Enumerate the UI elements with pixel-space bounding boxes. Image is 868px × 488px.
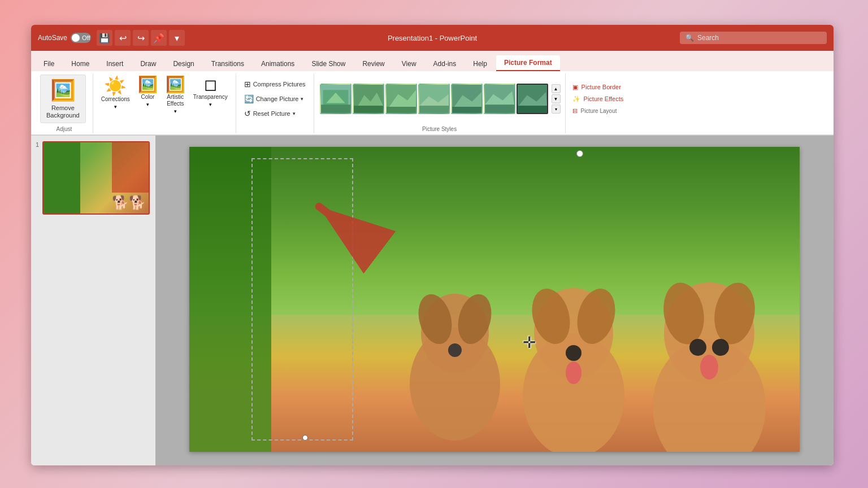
compress-pictures-button[interactable]: ⊞ Compress Pictures [241,78,309,90]
slide-number: 1 [36,141,39,148]
svg-rect-12 [419,106,449,113]
slide-thumbnail[interactable]: 🐕🐕 [42,141,150,215]
save-button[interactable]: 💾 [97,30,112,46]
style-5[interactable] [451,84,483,114]
tab-slideshow[interactable]: Slide Show [303,56,353,71]
transparency-dropdown-icon: ▾ [209,102,212,107]
group-compress: ⊞ Compress Pictures 🔄 Change Picture ▾ ↺… [236,73,314,133]
remove-bg-label: RemoveBackground [46,104,80,119]
picture-layout-icon: ⊟ [572,107,578,115]
artistic-effects-button[interactable]: 🖼️ ArtisticEffects ▾ [162,75,189,116]
change-picture-button[interactable]: 🔄 Change Picture ▾ [241,93,307,105]
style-4[interactable] [418,84,450,114]
ribbon: File Home Insert Draw Design Transitions… [31,51,834,136]
style-1[interactable] [320,84,351,114]
search-bar[interactable]: 🔍 [680,32,827,44]
style-7[interactable] [517,84,548,114]
styles-gallery [319,82,549,115]
compress-icon: ⊞ [244,80,251,89]
picture-effects-label: Picture Effects [584,95,624,102]
change-picture-label: Change Picture [256,95,299,102]
thumb-dogs: 🐕🐕 [112,195,146,211]
artistic-label: ArtisticEffects [167,94,184,107]
handle-bottom-center[interactable] [302,435,308,441]
more-button[interactable]: ▾ [169,30,185,46]
canvas-background [189,147,800,452]
svg-rect-15 [452,107,481,113]
group-adjust: ☀️ Corrections ▾ 🖼️ Color ▾ 🖼️ ArtisticE… [93,73,236,133]
tab-addins[interactable]: Add-ins [426,56,465,71]
tab-review[interactable]: Review [354,56,392,71]
corrections-button[interactable]: ☀️ Corrections ▾ [98,75,133,112]
tab-bar: File Home Insert Draw Design Transitions… [31,51,834,71]
svg-rect-3 [321,104,350,113]
thumb-red-overlay [112,142,149,192]
color-dropdown-icon: ▾ [146,102,149,107]
adjust-group-label: Adjust [56,126,72,132]
corrections-dropdown-icon: ▾ [114,104,117,110]
autosave-state: Off [82,34,90,41]
remove-background-button[interactable]: 🖼️ RemoveBackground [40,75,86,123]
green-shape-overlay [189,147,271,452]
tab-help[interactable]: Help [465,56,495,71]
gallery-more-arrow[interactable]: ▾ [552,104,561,114]
color-button[interactable]: 🖼️ Color ▾ [134,75,161,110]
group-picture-format: ▣ Picture Border ✨ Picture Effects ⊟ Pic… [566,73,645,133]
svg-rect-21 [518,106,547,113]
transparency-button[interactable]: ◻ Transparency ▾ [190,75,231,110]
picture-border-icon: ▣ [572,84,578,91]
reset-picture-label: Reset Picture [253,110,290,117]
svg-rect-6 [354,106,383,113]
corrections-label: Corrections [101,96,130,103]
tab-file[interactable]: File [36,56,62,71]
picture-effects-button[interactable]: ✨ Picture Effects [570,94,626,104]
tab-transitions[interactable]: Transitions [203,56,252,71]
search-input[interactable] [697,34,810,42]
title-bar-actions: 💾 ↩ ↪ 📌 ▾ [97,30,185,46]
gallery-up-arrow[interactable]: ▲ [552,84,561,93]
picture-effects-icon: ✨ [572,95,580,103]
color-icon: 🖼️ [138,77,158,93]
ribbon-content: 🖼️ RemoveBackground Adjust ☀️ Correction… [31,71,834,135]
canvas-area: ✛ [155,136,834,465]
autosave-toggle[interactable]: Off [71,33,91,43]
slide-canvas: ✛ [189,147,800,452]
style-2[interactable] [353,84,384,114]
tab-draw[interactable]: Draw [132,56,164,71]
style-3[interactable] [385,84,417,114]
picture-layout-label: Picture Layout [581,108,617,114]
picture-border-button[interactable]: ▣ Picture Border [570,82,623,92]
gallery-scroll: ▲ ▼ ▾ [552,84,561,114]
search-icon: 🔍 [685,34,694,42]
artistic-icon: 🖼️ [166,77,185,93]
tab-insert[interactable]: Insert [98,56,131,71]
compress-label: Compress Pictures [253,81,306,88]
style-6[interactable] [484,84,515,114]
tab-home[interactable]: Home [63,56,97,71]
corrections-icon: ☀️ [104,77,127,95]
thumb-content: 🐕🐕 [44,142,149,213]
picture-layout-button[interactable]: ⊟ Picture Layout [570,106,619,116]
remove-bg-icon: 🖼️ [50,79,76,102]
sky-bg [189,147,800,330]
ground-bg [189,315,800,452]
title-bar-title: Presentation1 - PowerPoint [190,34,674,42]
reset-picture-dropdown: ▾ [293,111,296,116]
thumb-green-area [44,142,80,213]
redo-button[interactable]: ↪ [133,30,149,46]
autosave-label: AutoSave [38,34,67,42]
undo-button[interactable]: ↩ [115,30,131,46]
move-cursor: ✛ [523,333,536,352]
artistic-dropdown-icon: ▾ [174,108,177,114]
tab-view[interactable]: View [394,56,424,71]
tab-design[interactable]: Design [165,56,202,71]
autosave-knob [72,34,80,42]
main-area: 1 🐕🐕 [31,136,834,465]
tab-animations[interactable]: Animations [253,56,302,71]
group-picture-styles: ▲ ▼ ▾ Picture Styles [314,73,566,133]
app-window: AutoSave Off 💾 ↩ ↪ 📌 ▾ Presentation1 - P… [31,25,834,465]
pin-button[interactable]: 📌 [151,30,167,46]
gallery-down-arrow[interactable]: ▼ [552,94,561,103]
tab-pictureformat[interactable]: Picture Format [496,55,560,71]
reset-picture-button[interactable]: ↺ Reset Picture ▾ [241,107,299,120]
